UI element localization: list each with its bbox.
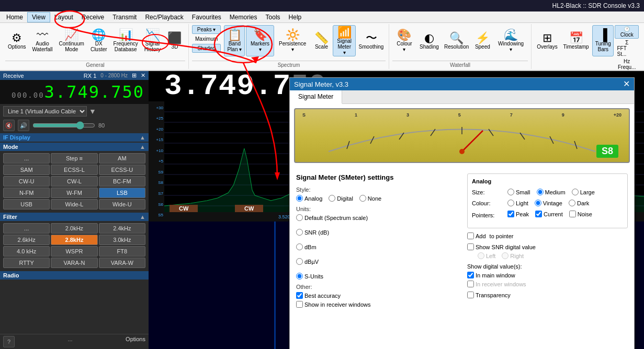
unit-default[interactable]: Default (Spectrum scale) [296,214,457,221]
transparency-row: Transparency [467,292,628,298]
size-small[interactable]: Small [507,189,530,195]
in-main-window-check[interactable]: In main window [467,272,628,278]
transparency-check[interactable]: Transparency [467,292,628,298]
add-check[interactable]: Add to pointer [467,232,628,239]
dialog-body: Signal Meter (SMeter) settings Style: An… [290,167,634,349]
other-label: Other: [296,284,457,290]
unit-dbm[interactable]: dBm [296,243,457,250]
colour-light[interactable]: Light [507,200,528,206]
settings-title: Signal Meter (SMeter) settings [296,173,457,181]
svg-point-32 [459,149,465,154]
size-label: Size: [472,189,503,195]
colour-row: Colour: Light Vintage Dark [472,200,623,206]
colour-dark[interactable]: Dark [569,200,589,206]
analog-section: Analog Size: Small Medium Large Colour: [467,173,628,228]
snr-right[interactable]: Right [502,252,524,259]
analog-title: Analog [472,178,623,184]
style-radio-group: Analog Digital None [296,195,457,202]
style-digital[interactable]: Digital [329,195,353,202]
size-large[interactable]: Large [572,189,595,195]
dialog-right-col: Analog Size: Small Medium Large Colour: [467,173,628,349]
smeter-s8-display: S8 [596,145,618,158]
show-snr-row: Show SNR digital value Left Right [467,243,628,259]
in-receiver-check[interactable]: In receiver windows [467,281,628,287]
svg-line-31 [462,131,483,152]
dialog-left-col: Signal Meter (SMeter) settings Style: An… [296,173,457,349]
dialog-tabs: Signal Meter [290,90,634,104]
dialog-overlay: Signal Meter, v3.3 ✕ Signal Meter S 1 3 … [0,0,644,349]
style-row: Style: Analog Digital None [296,187,457,202]
style-none[interactable]: None [359,195,381,202]
show-digital-row: Show digital value(s): In main window In… [467,263,628,287]
pointers-row: Pointers: Peak Current Noise [472,211,623,219]
style-analog[interactable]: Analog [296,195,322,202]
size-row: Size: Small Medium Large [472,189,623,195]
pointer-noise-check[interactable]: Noise [569,211,592,217]
dialog-title: Signal Meter, v3.3 [294,80,348,88]
colour-label: Colour: [472,200,503,206]
show-snr-check[interactable]: Show SNR digital value [467,243,628,250]
signal-meter-dialog: Signal Meter, v3.3 ✕ Signal Meter S 1 3 … [289,77,635,349]
unit-snr[interactable]: SNR (dB) [296,229,457,236]
snr-left[interactable]: Left [478,252,495,259]
pointer-peak-check[interactable]: Peak [507,211,529,217]
size-medium[interactable]: Medium [537,189,566,195]
pointer-current-check[interactable]: Current [535,211,563,217]
style-label: Style: [296,187,457,193]
show-digital-label: Show digital value(s): [467,263,522,270]
smeter-gauge: S 1 3 5 7 9 +20 [294,108,630,163]
smeter-arc-svg [298,118,626,154]
dialog-titlebar: Signal Meter, v3.3 ✕ [290,78,634,90]
show-receiver-check[interactable]: Show in receiver windows [296,301,457,308]
unit-sunits[interactable]: S-Units [296,273,457,280]
pointers-check-group: Peak Current Noise [507,211,592,219]
colour-vintage[interactable]: Vintage [535,200,562,206]
best-accuracy-check[interactable]: Best accuracy [296,292,457,299]
tab-signal-meter[interactable]: Signal Meter [290,90,342,104]
pointers-label: Pointers: [472,212,503,218]
units-label: Units: [296,206,457,212]
size-radio-group: Small Medium Large [507,189,595,195]
other-row: Other: Best accuracy Show in receiver wi… [296,284,457,308]
add-to-pointer-row: Add to pointer [467,232,628,239]
unit-dbuv[interactable]: dBµV [296,258,457,265]
dialog-close-btn[interactable]: ✕ [623,80,630,88]
units-row: Units: Default (Spectrum scale) SNR (dB)… [296,206,457,280]
colour-radio-group: Light Vintage Dark [507,200,589,206]
